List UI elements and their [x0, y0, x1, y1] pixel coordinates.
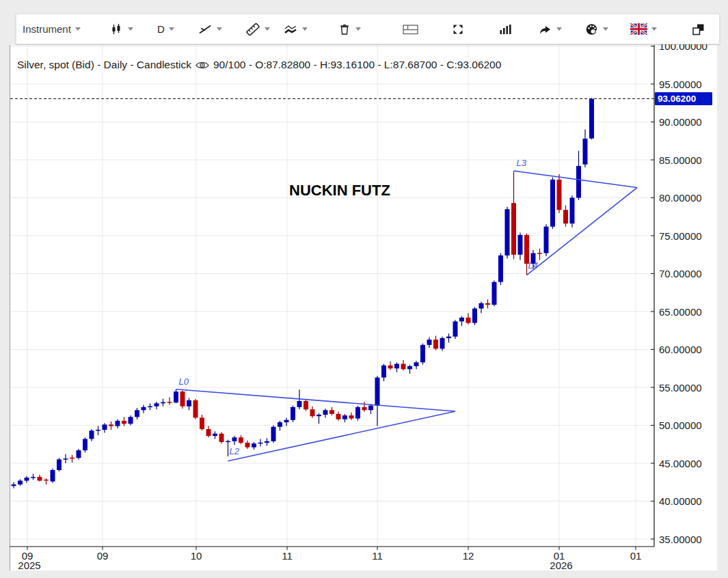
- candle-body: [31, 477, 36, 478]
- time-axis-label: 11: [282, 550, 293, 562]
- chart-type-button[interactable]: [110, 14, 133, 44]
- time-axis-label: 10: [191, 550, 202, 562]
- uk-flag-icon: [630, 23, 647, 35]
- candle-body: [239, 437, 243, 443]
- candle-body: [459, 318, 464, 322]
- candle-body: [265, 441, 269, 443]
- chart-title-text: Silver, spot (Bid) - Daily - Candlestick: [17, 59, 191, 71]
- candle-body: [583, 139, 588, 165]
- candle-body: [278, 422, 282, 427]
- trend-label: L0: [179, 376, 189, 387]
- candle-body: [258, 443, 263, 444]
- share-button[interactable]: [537, 14, 562, 44]
- candle-body: [531, 253, 536, 264]
- candle-body: [116, 421, 120, 426]
- candle-body: [122, 421, 126, 424]
- candle-body: [291, 407, 295, 420]
- crosshair-grid-button[interactable]: [402, 14, 419, 44]
- candle-body: [167, 402, 172, 403]
- candle-body: [394, 364, 399, 369]
- candle-body: [401, 364, 406, 370]
- candle-body: [174, 391, 178, 402]
- trend-line-lower: [228, 411, 456, 461]
- new-window-button[interactable]: [691, 14, 705, 44]
- candle-body: [193, 400, 198, 418]
- chart-annotation-text[interactable]: NUCKIN FUTZ: [289, 182, 390, 199]
- trendline-icon: [198, 23, 213, 36]
- grid-lines: [10, 45, 654, 547]
- indicator-wave-icon: [283, 23, 298, 36]
- trendline-tool-button[interactable]: [198, 14, 222, 44]
- candle-body: [232, 437, 237, 441]
- candle-body: [18, 481, 23, 485]
- candle-body: [200, 417, 204, 429]
- candle-body: [109, 424, 113, 426]
- chevron-down-icon: [128, 27, 133, 31]
- candle-body: [226, 441, 230, 443]
- price-axis-label: 85.00000: [659, 154, 702, 166]
- trend-line-upper: [514, 171, 638, 187]
- candle-body: [25, 478, 29, 480]
- candle-body: [96, 430, 100, 431]
- candle-body: [407, 366, 412, 369]
- candle-body: [51, 470, 55, 482]
- candle-body: [440, 338, 445, 349]
- candle-body: [550, 180, 555, 227]
- candle-body: [433, 340, 438, 348]
- price-axis-label: 80.00000: [659, 192, 702, 204]
- trend-triangles[interactable]: L0L3: [176, 158, 638, 461]
- instrument-dropdown[interactable]: Instrument: [23, 14, 81, 44]
- price-axis-label: 95.00000: [659, 79, 702, 90]
- candlestick-chart[interactable]: L2L4L0L3100.0000095.0000090.0000085.0000…: [0, 0, 728, 578]
- candle-body: [38, 477, 42, 481]
- candle-body: [141, 407, 146, 410]
- candle-body: [576, 166, 581, 198]
- candle-body: [161, 402, 165, 404]
- price-axis-label: 55.00000: [659, 382, 702, 394]
- price-axis-label: 90.00000: [659, 116, 702, 128]
- chevron-down-icon: [75, 27, 81, 31]
- candle-body: [485, 303, 490, 305]
- price-axis-label: 70.00000: [659, 268, 702, 279]
- time-axis-label: 09: [97, 550, 109, 562]
- trend-label: L3: [517, 158, 527, 168]
- price-axis[interactable]: 100.0000095.0000090.0000085.0000080.0000…: [651, 40, 707, 547]
- volume-button[interactable]: [498, 14, 513, 44]
- theme-palette-button[interactable]: [584, 14, 608, 44]
- trend-line-lower: [527, 188, 638, 275]
- candle-body: [544, 227, 549, 253]
- chart-title-bar: Silver, spot (Bid) - Daily - Candlestick…: [17, 59, 501, 71]
- candle-body: [271, 427, 276, 441]
- indicators-button[interactable]: [283, 14, 308, 44]
- candle-body: [518, 235, 523, 255]
- candle-body: [375, 378, 380, 406]
- eye-icon[interactable]: [195, 60, 210, 70]
- language-button[interactable]: [630, 14, 657, 44]
- candle-body: [284, 420, 289, 422]
- candle-body: [505, 209, 510, 256]
- candles[interactable]: [12, 98, 595, 488]
- time-axis-year: 2025: [18, 560, 40, 571]
- candle-body: [316, 415, 321, 416]
- candle-body: [44, 480, 49, 481]
- ruler-tool-button[interactable]: [245, 14, 270, 44]
- share-arrow-icon: [537, 23, 552, 36]
- delete-tool-button[interactable]: [338, 14, 361, 44]
- candle-body: [537, 253, 542, 254]
- candle-body: [77, 450, 81, 458]
- time-axis[interactable]: 092025091011111201202601: [10, 547, 654, 571]
- candle-body: [498, 256, 503, 282]
- ruler-icon: [245, 23, 260, 36]
- candle-body: [368, 406, 373, 411]
- candle-body: [589, 99, 594, 139]
- candle-body: [187, 400, 191, 407]
- fullscreen-button[interactable]: [451, 14, 465, 44]
- time-axis-label: 12: [463, 550, 474, 562]
- last-price-label: 93.06200: [655, 92, 712, 105]
- timeframe-button[interactable]: D: [157, 14, 174, 44]
- candle-body: [492, 282, 497, 305]
- duplicate-window-icon: [691, 23, 705, 36]
- candle-body: [206, 429, 211, 436]
- instrument-label: Instrument: [23, 23, 71, 35]
- candle-body: [323, 410, 328, 415]
